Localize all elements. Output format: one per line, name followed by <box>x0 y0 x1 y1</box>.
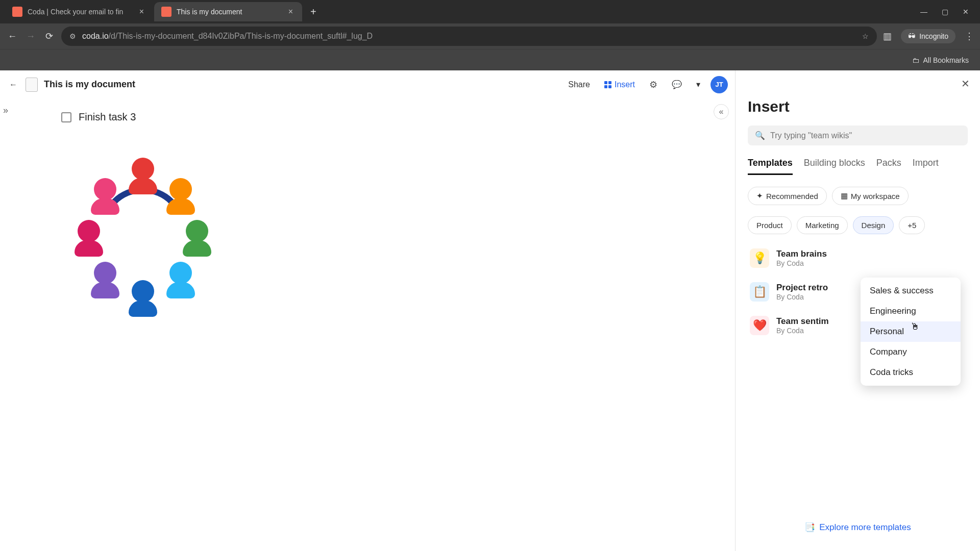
chip-marketing[interactable]: Marketing <box>797 216 848 234</box>
back-icon[interactable]: ← <box>6 31 18 42</box>
search-input[interactable] <box>770 131 961 140</box>
doc-title[interactable]: This is my document <box>44 79 135 90</box>
task-row: Finish task 3 <box>61 111 735 123</box>
app-body: ← This is my document Share Insert ⚙ 💬 ▾… <box>0 70 980 551</box>
tab-title: This is my document <box>177 8 286 16</box>
doc-body[interactable]: » « Finish task 3 <box>0 99 735 551</box>
template-icon: ❤️ <box>750 316 769 335</box>
tab-building-blocks[interactable]: Building blocks <box>804 158 865 175</box>
forward-icon: → <box>24 31 37 42</box>
chip-more[interactable]: +5 <box>899 216 925 234</box>
close-window-icon[interactable]: ✕ <box>963 8 969 16</box>
comment-icon[interactable]: 💬 <box>668 77 686 92</box>
doc-back-icon[interactable]: ← <box>7 79 19 91</box>
expand-sidebar-icon[interactable]: » <box>3 105 15 117</box>
browser-tab[interactable]: Coda | Check your email to fin × <box>5 2 153 21</box>
template-icon: 📋 <box>750 282 769 302</box>
window-controls: — ▢ ✕ <box>920 8 980 16</box>
workspace-icon: ▦ <box>841 191 848 201</box>
collapse-panel-icon[interactable]: « <box>714 104 729 119</box>
bookmarks-bar: 🗀 All Bookmarks <box>0 49 980 70</box>
tab-title: Coda | Check your email to fin <box>28 8 137 16</box>
chip-row-1: ✦Recommended ▦My workspace <box>748 187 968 205</box>
browser-tab-active[interactable]: This is my document × <box>154 2 302 21</box>
insert-button[interactable]: Insert <box>600 77 639 92</box>
document-area: ← This is my document Share Insert ⚙ 💬 ▾… <box>0 70 735 551</box>
chip-row-2: Product Marketing Design +5 <box>748 216 968 234</box>
insert-panel: ✕ Insert 🔍 Templates Building blocks Pac… <box>735 70 980 551</box>
search-box[interactable]: 🔍 <box>748 126 968 145</box>
chevron-down-icon[interactable]: ▾ <box>692 77 704 92</box>
search-icon: 🔍 <box>755 131 765 140</box>
template-title: Team sentim <box>776 316 829 327</box>
chip-recommended[interactable]: ✦Recommended <box>748 187 827 205</box>
incognito-chip[interactable]: 🕶 Incognito <box>901 29 955 43</box>
incognito-icon: 🕶 <box>908 32 915 40</box>
menu-icon[interactable]: ⋮ <box>965 31 974 42</box>
document-icon[interactable] <box>26 78 38 92</box>
close-icon[interactable]: × <box>286 7 295 16</box>
explore-icon: 📑 <box>804 522 815 533</box>
close-panel-icon[interactable]: ✕ <box>961 78 970 90</box>
dropdown-item-engineering[interactable]: Engineering <box>861 301 961 321</box>
url-text: coda.io/d/This-is-my-document_d84Iv0ZibP… <box>82 32 856 41</box>
insert-label: Insert <box>615 80 635 89</box>
browser-chrome: Coda | Check your email to fin × This is… <box>0 0 980 70</box>
explore-templates-link[interactable]: 📑 Explore more templates <box>748 513 968 542</box>
maximize-icon[interactable]: ▢ <box>942 8 948 16</box>
tab-import[interactable]: Import <box>913 158 939 175</box>
incognito-label: Incognito <box>919 32 948 40</box>
new-tab-button[interactable]: + <box>303 6 324 18</box>
dropdown-item-sales[interactable]: Sales & success <box>861 281 961 301</box>
template-byline: By Coda <box>776 293 828 301</box>
panel-tabs: Templates Building blocks Packs Import <box>748 158 968 176</box>
team-circle-image <box>61 154 225 307</box>
dropdown-item-personal[interactable]: Personal <box>861 321 961 342</box>
panel-title: Insert <box>748 98 968 115</box>
template-title: Team brains <box>776 249 827 259</box>
doc-header: ← This is my document Share Insert ⚙ 💬 ▾… <box>0 70 735 99</box>
tab-favicon-icon <box>12 7 22 17</box>
dropdown-item-company[interactable]: Company <box>861 342 961 362</box>
sparkle-icon: ✦ <box>756 191 763 201</box>
template-item[interactable]: 💡 Team brains By Coda <box>748 241 968 275</box>
address-row: ← → ⟳ ⚙ coda.io/d/This-is-my-document_d8… <box>0 23 980 49</box>
all-bookmarks-link[interactable]: All Bookmarks <box>923 56 969 64</box>
category-dropdown: Sales & success Engineering Personal Com… <box>861 278 961 386</box>
checkbox[interactable] <box>61 112 71 122</box>
template-title: Project retro <box>776 283 828 293</box>
folder-icon: 🗀 <box>912 56 919 64</box>
user-avatar[interactable]: JT <box>710 76 728 93</box>
insert-grid-icon <box>604 81 611 88</box>
minimize-icon[interactable]: — <box>920 8 927 16</box>
panel-icon[interactable]: ▥ <box>883 31 892 42</box>
template-byline: By Coda <box>776 259 827 267</box>
chip-product[interactable]: Product <box>748 216 792 234</box>
settings-gear-icon[interactable]: ⚙ <box>645 76 662 93</box>
tab-favicon-icon <box>161 7 172 17</box>
reload-icon[interactable]: ⟳ <box>43 31 55 42</box>
share-button[interactable]: Share <box>564 77 594 92</box>
task-label[interactable]: Finish task 3 <box>79 111 136 123</box>
tab-bar: Coda | Check your email to fin × This is… <box>0 0 980 23</box>
address-bar[interactable]: ⚙ coda.io/d/This-is-my-document_d84Iv0Zi… <box>61 27 877 46</box>
template-byline: By Coda <box>776 327 829 335</box>
bookmark-star-icon[interactable]: ☆ <box>862 32 869 40</box>
close-icon[interactable]: × <box>137 7 146 16</box>
chip-design[interactable]: Design <box>853 216 894 234</box>
dropdown-item-coda-tricks[interactable]: Coda tricks <box>861 362 961 383</box>
toolbar-icons: ▥ 🕶 Incognito ⋮ <box>883 29 974 43</box>
site-settings-icon[interactable]: ⚙ <box>69 32 76 40</box>
template-icon: 💡 <box>750 248 769 268</box>
tab-templates[interactable]: Templates <box>748 158 793 175</box>
tab-packs[interactable]: Packs <box>876 158 901 175</box>
chip-my-workspace[interactable]: ▦My workspace <box>832 187 909 205</box>
